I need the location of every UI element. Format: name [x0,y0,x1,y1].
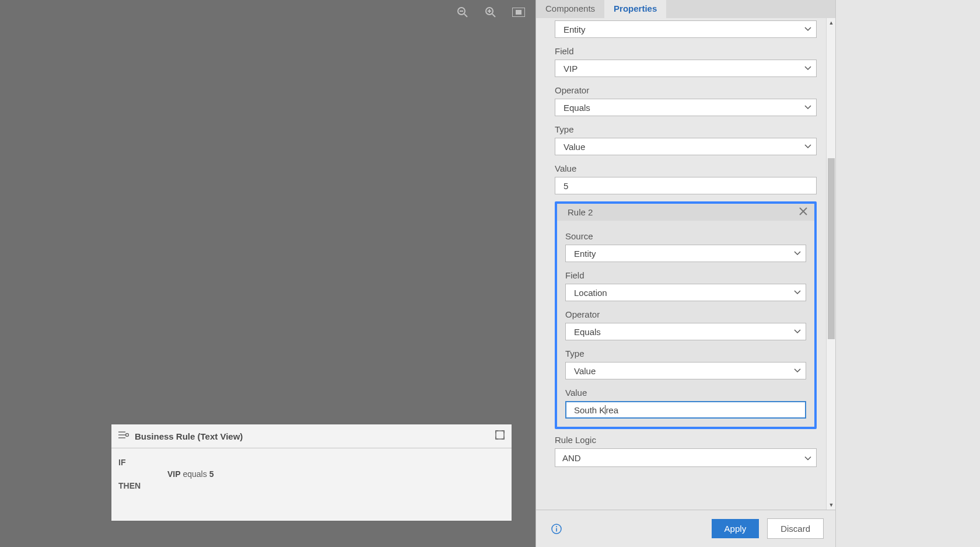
rule2-field-label: Field [565,270,806,280]
text-view-icon [118,431,129,441]
condition-value: 5 [209,469,214,479]
rule2-title: Rule 2 [568,207,593,217]
chevron-down-icon [804,27,811,32]
rule1-operator-value: Equals [564,103,590,113]
rule2-header: Rule 2 [557,204,814,221]
rule2-type-select[interactable]: Value [565,362,806,379]
rule2-value-pre: South K [574,405,605,415]
chevron-down-icon [804,66,811,71]
rule2-value-label: Value [565,388,806,398]
then-keyword: THEN [118,481,141,490]
condition-field: VIP [167,469,181,479]
condition-line: VIP equals 5 [118,469,505,479]
scrollbar-up-icon[interactable]: ▲ [827,18,835,27]
rule1-source-select[interactable]: Entity [555,20,817,38]
business-rule-text-view-panel: Business Rule (Text View) IF VIP equals … [111,424,512,521]
text-view-maximize-icon[interactable] [495,430,505,442]
rule1-field-label: Field [555,46,817,56]
svg-point-17 [556,526,557,527]
svg-line-1 [464,14,467,17]
rule1-type-value: Value [564,142,585,152]
chevron-down-icon [794,290,801,295]
rule2-field-value: Location [574,288,607,298]
svg-point-12 [126,434,129,437]
discard-button[interactable]: Discard [767,518,824,539]
canvas-area[interactable]: Business Rule (Text View) IF VIP equals … [0,0,536,547]
chevron-down-icon [794,251,801,256]
rule1-source-value: Entity [564,25,586,34]
rule2-source-select[interactable]: Entity [565,245,806,262]
rule1-value-label: Value [555,163,817,173]
rule2-operator-label: Operator [565,309,806,319]
scrollbar-thumb[interactable] [828,158,835,339]
scrollbar[interactable]: ▲ ▼ [826,18,835,510]
text-view-body: IF VIP equals 5 THEN [111,448,512,496]
rule1-field-select[interactable]: VIP [555,60,817,77]
rule1-operator-label: Operator [555,85,817,95]
text-view-header: Business Rule (Text View) [111,424,512,448]
chevron-down-icon [794,329,801,334]
scrollbar-down-icon[interactable]: ▼ [827,500,835,510]
tabs: Components Properties [536,0,835,18]
right-outer-gutter [835,0,980,547]
rule-logic-label: Rule Logic [555,435,817,445]
rule-logic-select[interactable]: AND [555,448,817,467]
rule2-value-input[interactable]: South Krea [565,401,806,419]
zoom-out-icon[interactable] [456,6,469,19]
text-view-title: Business Rule (Text View) [135,431,243,441]
rule2-source-label: Source [565,231,806,241]
svg-rect-18 [556,528,557,531]
chevron-down-icon [804,144,811,149]
chevron-down-icon [804,453,811,463]
right-pane: Components Properties Entity Field VIP O… [536,0,835,547]
rule-logic-value: AND [562,453,581,463]
rule1-type-label: Type [555,124,817,134]
rule2-type-label: Type [565,349,806,358]
if-keyword: IF [118,458,125,467]
tab-components[interactable]: Components [536,0,604,18]
rule2-operator-value: Equals [574,327,601,337]
rule1-value: 5 [564,181,568,191]
rule2-operator-select[interactable]: Equals [565,323,806,340]
properties-content: Entity Field VIP Operator Equals Type Va… [536,18,826,510]
chevron-down-icon [804,105,811,110]
chevron-down-icon [794,368,801,373]
condition-operator: equals [183,469,206,479]
rule2-type-value: Value [574,366,596,376]
zoom-in-icon[interactable] [484,6,497,19]
rule2-field-select[interactable]: Location [565,284,806,301]
action-bar: Apply Discard [536,510,835,547]
rule1-field-value: VIP [564,64,578,74]
info-icon[interactable] [551,524,562,534]
fit-to-screen-icon[interactable] [512,6,525,19]
svg-rect-8 [516,10,522,15]
rule2-value-post: rea [606,405,618,415]
rule2-close-icon[interactable] [799,207,807,217]
rule1-operator-select[interactable]: Equals [555,99,817,116]
tab-properties[interactable]: Properties [604,0,666,18]
canvas-toolbar [456,6,525,19]
apply-button[interactable]: Apply [712,519,760,538]
rule1-value-input[interactable]: 5 [555,177,817,194]
rule2-source-value: Entity [574,249,596,259]
svg-rect-13 [496,431,504,439]
rule2-card: Rule 2 Source Entity Field Loc [555,201,817,429]
rule1-type-select[interactable]: Value [555,138,817,155]
svg-line-4 [492,14,495,17]
